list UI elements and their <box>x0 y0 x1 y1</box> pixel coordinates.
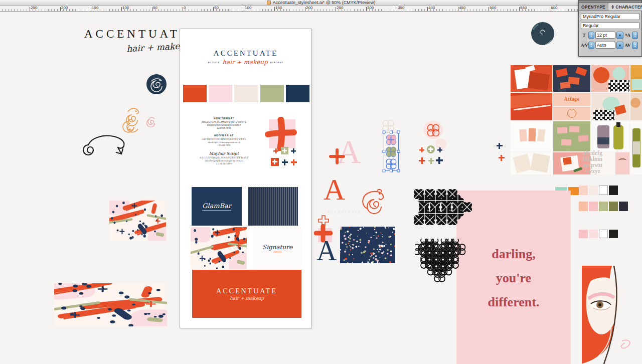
color-swatch[interactable] <box>589 202 598 211</box>
signature-tile[interactable]: Signature <box>253 227 302 269</box>
plus-mark[interactable] <box>281 147 288 154</box>
plus-mark[interactable] <box>419 147 424 152</box>
color-swatch[interactable] <box>589 230 598 238</box>
font-size-stepper[interactable]: ▲▼ <box>588 32 594 39</box>
emblem-photo[interactable] <box>553 107 590 120</box>
color-swatch[interactable] <box>579 230 588 238</box>
palette-swatch[interactable] <box>286 85 309 102</box>
plus-mark[interactable] <box>282 159 288 165</box>
window-titlebar[interactable]: Accentuate_stylesheet.ai* @ 50% (CMYK/Pr… <box>0 0 642 6</box>
orange-chameleon-pair[interactable] <box>119 105 146 136</box>
palette-swatch[interactable] <box>260 85 284 102</box>
plus-mark[interactable] <box>437 147 442 152</box>
orange-plus-over-a[interactable] <box>329 148 346 166</box>
brand-logo-subline[interactable]: ARTISTE hair + makeup ACADEMY <box>180 59 311 66</box>
palette-swatch[interactable] <box>234 85 258 102</box>
plus-mark[interactable] <box>497 143 503 149</box>
photo-sliver-1[interactable] <box>630 65 642 92</box>
brand-logo-title[interactable]: ACCENTUATE <box>180 49 311 58</box>
plus-mark[interactable] <box>271 158 279 166</box>
color-swatch[interactable] <box>619 202 628 211</box>
confetti-pattern <box>340 227 395 263</box>
color-swatch[interactable] <box>599 186 608 195</box>
orange-logo-block[interactable]: ACCENTUATE hair + makeup <box>192 270 301 318</box>
orange-chameleon-large[interactable] <box>357 187 388 218</box>
artboard[interactable]: ACCENTUATE ARTISTE hair + makeup ACADEMY… <box>180 29 312 328</box>
display-letter-orange-a[interactable]: A <box>324 174 345 205</box>
kerning-dropdown[interactable]: ▼ <box>616 42 623 49</box>
pink-chameleon-doodle[interactable] <box>144 115 158 131</box>
alphabet-line: opqrstu <box>583 162 602 168</box>
angled-cards-photo[interactable] <box>511 152 552 174</box>
black-chameleon-sketch[interactable] <box>80 133 128 161</box>
font-specimen[interactable]: Mayfair ScriptABCDEFGHIJKLMNOPQRSTUVWXYZ… <box>185 151 263 165</box>
font-style-input[interactable] <box>581 22 639 29</box>
cards-on-navy-photo[interactable] <box>553 65 590 92</box>
display-letter-navy-a[interactable]: A <box>316 237 337 265</box>
confetti-swatch[interactable] <box>340 227 395 263</box>
font-family-input[interactable] <box>581 13 639 20</box>
font-specimen[interactable]: MONTSERRATABCDEFGHIJKLMNOPQRSTUVWXYZabcd… <box>185 117 263 130</box>
tab-opentype-label: OPENTYPE <box>581 5 605 10</box>
illustrator-canvas[interactable]: Accentuate_stylesheet.ai* @ 50% (CMYK/Pr… <box>0 0 642 364</box>
navy-chameleon-badge[interactable] <box>146 74 167 97</box>
color-swatch[interactable] <box>579 202 588 211</box>
sketch-logo-title[interactable]: ACCENTUATE <box>84 28 190 41</box>
business-card-small[interactable] <box>109 201 166 241</box>
tracking-stepper[interactable]: ▲▼ <box>632 42 638 49</box>
font-specimen[interactable]: HOFFMAN ATABCDEFGHIJKLMNOPQRSTUVWXYZabcd… <box>185 134 263 147</box>
checker-orange-photo[interactable] <box>591 65 629 92</box>
plus-mark[interactable] <box>428 158 434 164</box>
products-photo[interactable] <box>591 121 629 151</box>
color-swatch[interactable] <box>579 186 588 195</box>
color-swatch[interactable] <box>609 202 618 211</box>
photo-sliver-2[interactable] <box>630 93 642 120</box>
palette-swatch[interactable] <box>183 85 207 102</box>
glam-logo-tile[interactable]: GlamBar <box>192 187 242 226</box>
selected-object[interactable] <box>382 129 400 173</box>
bottle-cut-photo[interactable] <box>630 121 642 174</box>
kerning-stepper[interactable]: ▲▼ <box>588 42 594 49</box>
pinstripe-tile[interactable] <box>248 187 298 226</box>
stationery-photo[interactable] <box>511 65 552 92</box>
plus-mark[interactable] <box>419 157 425 164</box>
font-size-input[interactable] <box>595 32 615 39</box>
tab-opentype[interactable]: OPENTYPE <box>579 3 608 11</box>
plus-mark[interactable] <box>291 159 297 165</box>
clover-pattern-heart[interactable] <box>415 239 468 287</box>
glam-script-logo: GlamBar <box>202 202 231 211</box>
face-mini-photo[interactable] <box>615 152 629 174</box>
kerning-input[interactable] <box>595 42 615 49</box>
artboard-pattern-tile[interactable] <box>191 227 247 269</box>
plus-mark[interactable] <box>273 148 278 153</box>
checker-mint-photo[interactable] <box>591 93 629 120</box>
atiage-label-photo[interactable]: Atiage <box>553 93 590 106</box>
plus-mark[interactable] <box>427 145 435 153</box>
clover-outline-icon <box>426 123 441 138</box>
face-illustration[interactable] <box>582 266 642 364</box>
face-art <box>582 266 642 364</box>
sage-cards-photo[interactable] <box>553 121 590 151</box>
notebook-photo[interactable] <box>511 93 552 120</box>
clover-pattern-solid[interactable] <box>410 185 476 233</box>
business-card-wide[interactable] <box>54 283 167 326</box>
tab-character[interactable]: ⇕ CHARACTER <box>608 3 642 11</box>
orange-clover-outline[interactable] <box>426 123 441 140</box>
font-size-dropdown[interactable]: ▼ <box>616 32 623 39</box>
color-swatch[interactable] <box>609 186 618 195</box>
plus-mark[interactable] <box>436 157 443 164</box>
color-swatch[interactable] <box>599 230 608 238</box>
palette-swatch[interactable] <box>209 85 232 102</box>
color-swatch[interactable] <box>599 202 608 211</box>
color-swatch[interactable] <box>609 230 618 238</box>
photo-shape <box>632 128 640 167</box>
scribble-circle[interactable] <box>529 21 557 49</box>
leading-stepper[interactable]: ▲▼ <box>632 32 638 39</box>
brush-cross-tile[interactable] <box>264 117 297 151</box>
plus-mark[interactable] <box>291 148 296 153</box>
color-swatch[interactable] <box>589 186 598 195</box>
ruler[interactable]: 2502001501005005010015020025030035040045… <box>0 6 642 12</box>
plus-icon <box>329 148 346 164</box>
mini-cards-photo[interactable] <box>511 121 552 151</box>
plus-mark[interactable] <box>499 155 505 161</box>
